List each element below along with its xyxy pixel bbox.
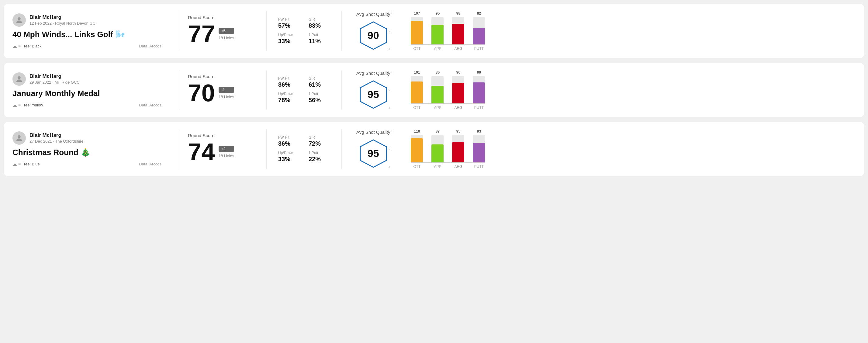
bar-group-arg: 95: [452, 129, 464, 162]
bar-group-putt: 99: [473, 70, 485, 103]
oneputt-value: 56%: [309, 97, 333, 104]
stat-oneputt: 1 Putt 22%: [309, 151, 333, 163]
tee-info: ☁ ≈ Tee: Black: [12, 43, 41, 49]
score-row: 70 -2 18 Holes: [188, 81, 258, 105]
quality-score: 95: [368, 148, 379, 159]
score-label: Round Score: [188, 15, 258, 20]
weather-icon: ☁ ≈: [12, 102, 21, 108]
gir-label: GIR: [309, 17, 333, 22]
updown-value: 33%: [278, 38, 303, 45]
stats-grid: FW Hit 36% GIR 72% Up/Down 33% 1 Putt 22…: [278, 135, 333, 163]
stat-oneputt: 1 Putt 56%: [309, 92, 333, 104]
score-number: 70: [188, 81, 215, 105]
stats-section: FW Hit 57% GIR 83% Up/Down 33% 1 Putt 11…: [278, 17, 333, 45]
bar-wrapper-ott: [411, 135, 423, 162]
avatar: [12, 131, 26, 145]
bar-group-putt: 82: [473, 11, 485, 44]
user-meta: 27 Dec 2021 · The Oxfordshire: [30, 139, 84, 144]
chart-label-app: APP: [431, 46, 443, 51]
quality-section: Avg Shot Quality 95 100 50 0 101: [350, 70, 856, 110]
hexagon: 95: [358, 80, 389, 110]
bar-fill-app: [431, 145, 443, 162]
bar-fill-ott: [411, 82, 423, 103]
score-row: 77 +5 18 Holes: [188, 22, 258, 46]
chart-x-labels: OTTAPPARGPUTT: [411, 164, 485, 169]
hexagon-container: 95: [356, 138, 390, 169]
section-divider-3: [341, 11, 342, 51]
fw-hit-label: FW Hit: [278, 17, 303, 22]
section-divider-2: [266, 129, 267, 169]
round-title: Christmas Round 🎄: [12, 148, 161, 157]
bar-fill-putt: [473, 143, 485, 162]
bar-wrapper-putt: [473, 135, 485, 162]
score-badge-holes: +5 18 Holes: [219, 28, 234, 40]
holes-text: 18 Holes: [219, 154, 234, 158]
user-details: Blair McHarg 29 Jan 2022 · Mill Ride GCC: [30, 73, 80, 85]
chart-label-ott: OTT: [411, 164, 423, 169]
round-footer: ☁ ≈ Tee: Black Data: Arccos: [12, 43, 161, 49]
bar-value-ott: 101: [414, 70, 420, 74]
bar-fill-app: [431, 86, 443, 103]
tee-label: Tee: Yellow: [23, 103, 43, 107]
tee-info: ☁ ≈ Tee: Yellow: [12, 102, 43, 108]
quality-label: Avg Shot Quality: [356, 70, 390, 76]
oneputt-value: 11%: [309, 38, 333, 45]
user-name: Blair McHarg: [30, 73, 80, 80]
score-badge: -2: [219, 87, 234, 93]
hexagon: 95: [358, 138, 389, 169]
section-divider-2: [266, 70, 267, 110]
oneputt-label: 1 Putt: [309, 33, 333, 37]
bar-group-ott: 107: [411, 11, 423, 44]
user-details: Blair McHarg 27 Dec 2021 · The Oxfordshi…: [30, 132, 84, 144]
stats-grid: FW Hit 57% GIR 83% Up/Down 33% 1 Putt 11…: [278, 17, 333, 45]
updown-value: 33%: [278, 156, 303, 163]
chart-bars: 110 87 95 93: [411, 129, 485, 163]
tee-info: ☁ ≈ Tee: Blue: [12, 161, 40, 167]
bar-wrapper-ott: [411, 76, 423, 103]
score-label: Round Score: [188, 74, 258, 79]
chart-label-arg: ARG: [452, 164, 464, 169]
bar-value-app: 95: [436, 11, 440, 15]
bar-chart: 100 50 0 101 86 96: [399, 70, 485, 110]
chart-x-labels: OTTAPPARGPUTT: [411, 46, 485, 51]
gir-label: GIR: [309, 135, 333, 139]
hexagon-container: 90: [356, 20, 390, 51]
fw-hit-label: FW Hit: [278, 76, 303, 81]
y-axis-labels: 100 50 0: [388, 11, 393, 51]
bar-fill-arg: [452, 142, 464, 162]
section-divider-1: [179, 70, 179, 110]
section-divider-1: [179, 129, 179, 169]
bar-wrapper-arg: [452, 17, 464, 44]
round-card-2: Blair McHarg 29 Jan 2022 · Mill Ride GCC…: [4, 63, 864, 117]
user-meta: 29 Jan 2022 · Mill Ride GCC: [30, 80, 80, 85]
bar-fill-putt: [473, 83, 485, 103]
gir-label: GIR: [309, 76, 333, 81]
chart-label-putt: PUTT: [473, 46, 485, 51]
section-divider-3: [341, 70, 342, 110]
data-source: Data: Arccos: [139, 103, 161, 107]
user-info: Blair McHarg 12 Feb 2022 · Royal North D…: [12, 13, 161, 27]
user-info: Blair McHarg 29 Jan 2022 · Mill Ride GCC: [12, 72, 161, 86]
bar-fill-arg: [452, 83, 464, 103]
svg-point-2: [18, 76, 20, 79]
fw-hit-label: FW Hit: [278, 135, 303, 139]
weather-icon: ☁ ≈: [12, 43, 21, 49]
data-source: Data: Arccos: [139, 44, 161, 48]
chart-label-arg: ARG: [452, 46, 464, 51]
bar-group-app: 86: [431, 70, 443, 103]
bar-value-putt: 93: [477, 129, 481, 133]
score-section: Round Score 74 +2 18 Holes: [188, 133, 258, 165]
score-number: 77: [188, 22, 215, 46]
updown-label: Up/Down: [278, 92, 303, 96]
score-badge: +5: [219, 28, 234, 34]
gir-value: 72%: [309, 140, 333, 147]
section-divider-1: [179, 11, 179, 51]
left-section: Blair McHarg 29 Jan 2022 · Mill Ride GCC…: [12, 72, 170, 108]
score-badge: +2: [219, 146, 234, 152]
section-divider-2: [266, 11, 267, 51]
bar-value-putt: 82: [477, 11, 481, 15]
chart-label-putt: PUTT: [473, 164, 485, 169]
bar-group-arg: 96: [452, 70, 464, 103]
fw-hit-value: 57%: [278, 22, 303, 29]
avatar: [12, 13, 26, 27]
